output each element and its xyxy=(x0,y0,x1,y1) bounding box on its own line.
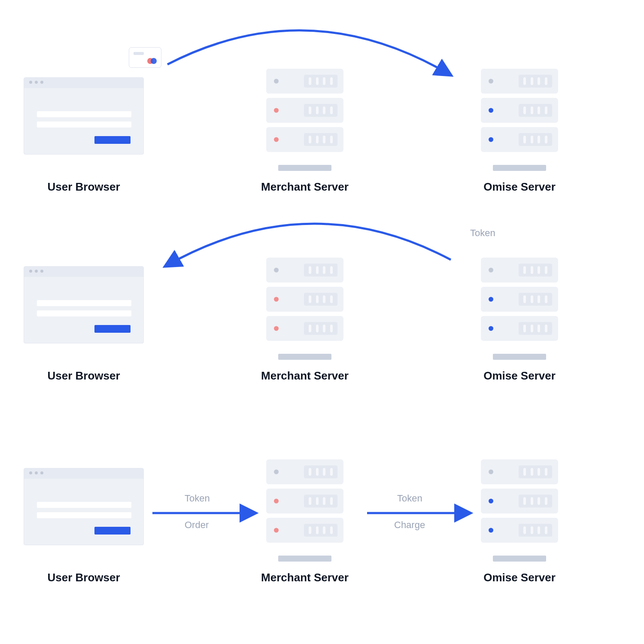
tokenization-flow-diagram: User Browser Merchant Server xyxy=(0,0,644,644)
user-browser-node: User Browser xyxy=(24,69,144,194)
browser-icon xyxy=(24,468,144,545)
server-icon xyxy=(481,459,558,558)
flow-label-token: Token xyxy=(397,493,422,504)
node-label: Merchant Server xyxy=(245,571,365,584)
node-label: User Browser xyxy=(24,369,144,383)
server-icon xyxy=(266,459,343,558)
node-label: Merchant Server xyxy=(245,369,365,383)
node-label: Omise Server xyxy=(459,180,580,194)
omise-server-node: Omise Server xyxy=(459,69,580,194)
user-browser-node: User Browser xyxy=(24,258,144,383)
server-icon xyxy=(266,258,343,356)
credit-card-icon xyxy=(129,47,161,68)
flow-label-token: Token xyxy=(470,228,495,239)
flow-label-charge: Charge xyxy=(394,519,425,531)
node-label: Omise Server xyxy=(459,369,580,383)
flow-label-token: Token xyxy=(185,493,210,504)
server-icon xyxy=(266,69,343,167)
merchant-server-node: Merchant Server xyxy=(245,258,365,383)
flow-label-order: Order xyxy=(185,519,209,531)
user-browser-node: User Browser xyxy=(24,459,144,584)
omise-server-node: Omise Server xyxy=(459,258,580,383)
node-label: User Browser xyxy=(24,180,144,194)
browser-icon xyxy=(24,77,144,155)
browser-icon xyxy=(24,266,144,343)
merchant-server-node: Merchant Server xyxy=(245,459,365,584)
merchant-server-node: Merchant Server xyxy=(245,69,365,194)
node-label: User Browser xyxy=(24,571,144,584)
omise-server-node: Omise Server xyxy=(459,459,580,584)
node-label: Omise Server xyxy=(459,571,580,584)
server-icon xyxy=(481,69,558,167)
server-icon xyxy=(481,258,558,356)
node-label: Merchant Server xyxy=(245,180,365,194)
